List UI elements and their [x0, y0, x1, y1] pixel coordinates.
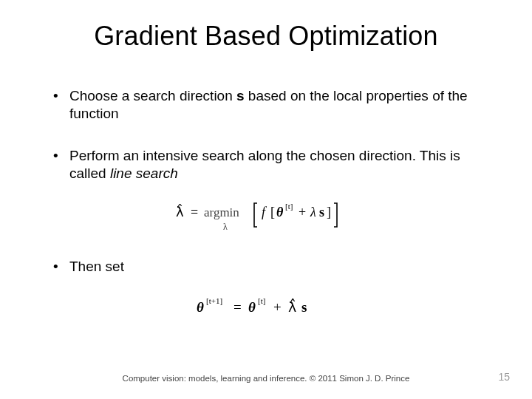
- formula-1: λ̂ = argmin λ f [ θ [t] + λ s ]: [30, 200, 502, 239]
- bullet-item-1: Choose a search direction s based on the…: [69, 87, 502, 123]
- bullet-list: Choose a search direction s based on the…: [30, 87, 502, 183]
- bullet-list-2: Then set: [30, 258, 502, 276]
- bullet-item-2: Perform an intensive search along the ch…: [69, 147, 502, 183]
- bullet1-var: s: [236, 88, 245, 103]
- svg-text:=: =: [191, 205, 198, 219]
- svg-text:argmin: argmin: [204, 205, 239, 219]
- slide-title: Gradient Based Optimization: [30, 21, 502, 52]
- svg-text:]: ]: [327, 205, 331, 219]
- svg-text:θ: θ: [197, 299, 204, 315]
- page-number: 15: [498, 371, 510, 383]
- svg-text:+: +: [273, 299, 282, 315]
- svg-text:+: +: [299, 205, 306, 219]
- svg-text:=: =: [233, 299, 242, 315]
- svg-text:θ: θ: [276, 205, 284, 219]
- slide-footer: Computer vision: models, learning and in…: [0, 374, 532, 383]
- svg-text:s: s: [301, 299, 307, 315]
- bullet2-em: line search: [110, 166, 178, 181]
- svg-text:[t+1]: [t+1]: [206, 296, 222, 305]
- formula-2: θ [t+1] = θ [t] + λ̂ s: [30, 294, 502, 322]
- svg-text:λ̂: λ̂: [288, 299, 296, 315]
- formula-1-svg: λ̂ = argmin λ f [ θ [t] + λ s ]: [170, 200, 362, 236]
- svg-text:λ: λ: [310, 205, 316, 219]
- svg-text:[: [: [270, 205, 275, 219]
- formula-2-svg: θ [t+1] = θ [t] + λ̂ s: [185, 294, 347, 319]
- svg-text:λ̂: λ̂: [176, 204, 184, 219]
- svg-text:θ: θ: [248, 299, 256, 315]
- footer-text: Computer vision: models, learning and in…: [0, 374, 532, 383]
- svg-text:[t]: [t]: [285, 202, 293, 211]
- svg-text:λ: λ: [223, 222, 228, 232]
- slide: Gradient Based Optimization Choose a sea…: [0, 0, 532, 399]
- bullet3-text: Then set: [69, 259, 124, 274]
- bullet-item-3: Then set: [69, 258, 502, 276]
- svg-text:f: f: [262, 205, 267, 219]
- bullet1-pre: Choose a search direction: [69, 88, 236, 103]
- svg-text:s: s: [319, 205, 324, 219]
- svg-text:[t]: [t]: [258, 296, 265, 305]
